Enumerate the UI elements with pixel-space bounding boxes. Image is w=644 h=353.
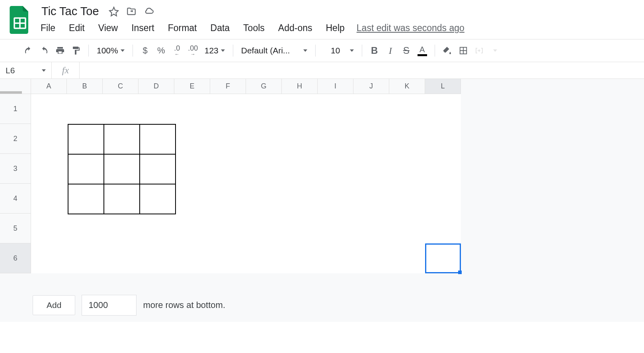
col-header-A[interactable]: A — [31, 79, 67, 94]
menu-view[interactable]: View — [97, 22, 119, 34]
font-size-select[interactable]: 10 — [320, 46, 357, 55]
move-icon[interactable] — [126, 6, 137, 17]
tic-tac-toe-board — [68, 124, 176, 214]
percent-button[interactable]: % — [154, 43, 169, 58]
menu-data[interactable]: Data — [209, 22, 232, 34]
row-header-6[interactable]: 6 — [0, 243, 31, 273]
sheets-logo[interactable] — [8, 4, 32, 36]
fx-icon: fx — [52, 62, 80, 78]
menu-bar: File Edit View Insert Format Data Tools … — [39, 20, 636, 36]
row-header-3[interactable]: 3 — [0, 154, 31, 184]
row-header-5[interactable]: 5 — [0, 214, 31, 243]
toolbar: 100% $ % .0← .00→ 123 Default (Ari... 10… — [0, 39, 644, 62]
zoom-select[interactable]: 100% — [94, 46, 128, 55]
decrease-decimal-button[interactable]: .0← — [170, 43, 185, 58]
menu-insert[interactable]: Insert — [130, 22, 156, 34]
col-header-I[interactable]: I — [318, 79, 353, 94]
strikethrough-button[interactable]: S — [399, 43, 414, 58]
add-rows-count-input[interactable] — [82, 295, 137, 316]
paint-format-button[interactable] — [68, 43, 84, 58]
add-rows-button[interactable]: Add — [33, 295, 75, 315]
fill-color-button[interactable] — [440, 43, 455, 58]
formula-bar-input[interactable] — [80, 62, 644, 78]
menu-file[interactable]: File — [39, 22, 57, 34]
add-rows-footer: Add more rows at bottom. — [0, 288, 644, 322]
merge-cells-button — [472, 43, 487, 58]
row-header-4[interactable]: 4 — [0, 184, 31, 214]
row-header-2[interactable]: 2 — [0, 124, 31, 154]
col-header-K[interactable]: K — [389, 79, 425, 94]
name-box[interactable]: L6 — [0, 62, 52, 78]
star-icon[interactable] — [109, 6, 119, 17]
col-header-L[interactable]: L — [425, 79, 461, 94]
col-header-H[interactable]: H — [282, 79, 318, 94]
last-edit-link[interactable]: Last edit was seconds ago — [357, 23, 464, 33]
row-header-1[interactable]: 1 — [0, 94, 31, 124]
cloud-status-icon[interactable] — [144, 6, 154, 17]
spreadsheet-grid[interactable]: A B C D E F G H I J K L 1 2 3 4 5 6 — [0, 79, 644, 318]
col-header-J[interactable]: J — [353, 79, 389, 94]
add-rows-suffix-label: more rows at bottom. — [143, 300, 225, 310]
col-header-G[interactable]: G — [246, 79, 282, 94]
menu-tools[interactable]: Tools — [242, 22, 266, 34]
menu-format[interactable]: Format — [166, 22, 199, 34]
merge-dropdown — [488, 43, 503, 58]
more-formats-select[interactable]: 123 — [201, 46, 228, 55]
text-color-button[interactable]: A — [415, 43, 430, 58]
redo-button[interactable] — [37, 43, 52, 58]
menu-edit[interactable]: Edit — [67, 22, 86, 34]
col-header-B[interactable]: B — [67, 79, 103, 94]
menu-help[interactable]: Help — [324, 22, 346, 34]
col-header-C[interactable]: C — [103, 79, 139, 94]
select-all-corner[interactable] — [0, 79, 31, 94]
col-header-D[interactable]: D — [139, 79, 174, 94]
print-button[interactable] — [53, 43, 68, 58]
document-title[interactable]: Tic Tac Toe — [39, 4, 101, 19]
font-select[interactable]: Default (Ari... — [238, 46, 310, 55]
col-header-F[interactable]: F — [210, 79, 246, 94]
increase-decimal-button[interactable]: .00→ — [185, 43, 201, 58]
undo-button[interactable] — [21, 43, 36, 58]
col-header-E[interactable]: E — [174, 79, 210, 94]
bold-button[interactable]: B — [367, 43, 382, 58]
currency-button[interactable]: $ — [138, 43, 153, 58]
italic-button[interactable]: I — [383, 43, 398, 58]
borders-button[interactable] — [456, 43, 471, 58]
menu-addons[interactable]: Add-ons — [277, 22, 314, 34]
